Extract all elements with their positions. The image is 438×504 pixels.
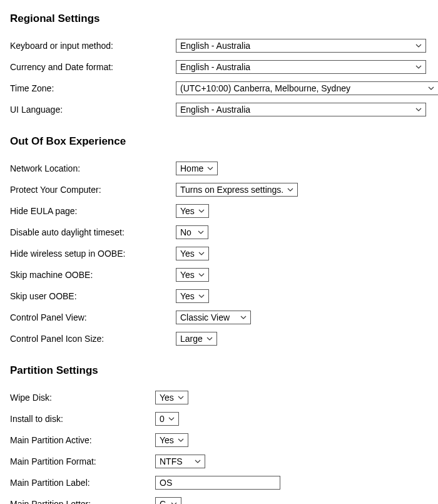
mainlabel-row: Main Partition Label: xyxy=(10,475,428,491)
protect-select-value: Turns on Express settings. xyxy=(180,185,283,195)
mainlabel-label: Main Partition Label: xyxy=(10,478,155,488)
currency-row: Currency and Date format: English - Aust… xyxy=(10,59,428,75)
chevron-down-icon xyxy=(415,65,422,69)
hideeula-select-value: Yes xyxy=(180,206,195,216)
uilang-select-value: English - Australia xyxy=(180,105,250,115)
daylight-select-value: No xyxy=(180,227,191,237)
chevron-down-icon xyxy=(178,396,184,399)
chevron-down-icon xyxy=(415,44,422,48)
cpanelicon-select[interactable]: Large xyxy=(176,332,217,346)
mainformat-select[interactable]: NTFS xyxy=(155,455,205,468)
keyboard-select[interactable]: English - Australia xyxy=(176,39,426,53)
chevron-down-icon xyxy=(178,438,184,442)
daylight-label: Disable auto daylight timeset: xyxy=(10,227,176,237)
mainactive-row: Main Partition Active: Yes xyxy=(10,432,428,448)
protect-select[interactable]: Turns on Express settings. xyxy=(176,183,298,197)
mainletter-select[interactable]: C xyxy=(155,497,181,504)
keyboard-label: Keyboard or input method: xyxy=(10,41,176,51)
chevron-down-icon xyxy=(206,337,213,341)
installdisk-label: Install to disk: xyxy=(10,414,155,424)
currency-select-value: English - Australia xyxy=(180,62,250,72)
wipedisk-row: Wipe Disk: Yes xyxy=(10,389,428,406)
daylight-row: Disable auto daylight timeset: No xyxy=(10,224,428,240)
hidewireless-select-value: Yes xyxy=(180,249,195,259)
network-select-value: Home xyxy=(180,163,203,173)
mainlabel-input[interactable] xyxy=(155,476,280,490)
network-label: Network Location: xyxy=(10,163,176,173)
regional-settings-heading: Regional Settings xyxy=(10,13,428,25)
keyboard-select-value: English - Australia xyxy=(180,41,250,51)
chevron-down-icon xyxy=(168,417,175,421)
cpanelview-select-value: Classic View xyxy=(180,312,230,322)
chevron-down-icon xyxy=(195,460,201,463)
cpanelview-label: Control Panel View: xyxy=(10,312,176,322)
timezone-select[interactable]: (UTC+10:00) Canberra, Melbourne, Sydney xyxy=(176,81,438,95)
keyboard-row: Keyboard or input method: English - Aust… xyxy=(10,38,428,54)
protect-row: Protect Your Computer: Turns on Express … xyxy=(10,182,428,198)
uilang-row: UI Language: English - Australia xyxy=(10,101,428,118)
timezone-label: Time Zone: xyxy=(10,83,176,93)
timezone-row: Time Zone: (UTC+10:00) Canberra, Melbour… xyxy=(10,80,428,96)
chevron-down-icon xyxy=(287,188,293,192)
oobe-heading: Out Of Box Experience xyxy=(10,135,428,148)
chevron-down-icon xyxy=(198,252,205,255)
mainformat-row: Main Partition Format: NTFS xyxy=(10,453,428,470)
cpanelview-select[interactable]: Classic View xyxy=(176,311,251,324)
wipedisk-select[interactable]: Yes xyxy=(155,391,188,404)
skipmachine-select-value: Yes xyxy=(180,270,195,280)
cpanelview-row: Control Panel View: Classic View xyxy=(10,309,428,326)
chevron-down-icon xyxy=(428,86,434,90)
chevron-down-icon xyxy=(198,230,204,234)
mainformat-label: Main Partition Format: xyxy=(10,456,155,466)
mainactive-select-value: Yes xyxy=(160,435,174,445)
cpanelicon-select-value: Large xyxy=(180,334,203,344)
hideeula-select[interactable]: Yes xyxy=(176,204,209,218)
partition-settings-heading: Partition Settings xyxy=(10,364,428,377)
cpanelicon-row: Control Panel Icon Size: Large xyxy=(10,331,428,347)
uilang-select[interactable]: English - Australia xyxy=(176,103,426,116)
timezone-select-value: (UTC+10:00) Canberra, Melbourne, Sydney xyxy=(180,83,350,93)
skipmachine-select[interactable]: Yes xyxy=(176,268,209,282)
chevron-down-icon xyxy=(198,209,205,213)
regional-settings-section: Regional Settings Keyboard or input meth… xyxy=(10,13,428,118)
mainactive-label: Main Partition Active: xyxy=(10,435,155,445)
currency-select[interactable]: English - Australia xyxy=(176,60,426,74)
wipedisk-select-value: Yes xyxy=(160,393,174,403)
mainletter-label: Main Partition Letter: xyxy=(10,499,155,504)
chevron-down-icon xyxy=(198,294,205,298)
mainletter-select-value: C xyxy=(160,499,166,504)
mainformat-select-value: NTFS xyxy=(160,456,183,466)
network-row: Network Location: Home xyxy=(10,160,428,177)
hidewireless-row: Hide wireless setup in OOBE: Yes xyxy=(10,245,428,262)
skipmachine-row: Skip machine OOBE: Yes xyxy=(10,267,428,283)
daylight-select[interactable]: No xyxy=(176,225,208,239)
hidewireless-select[interactable]: Yes xyxy=(176,247,209,260)
network-select[interactable]: Home xyxy=(176,162,218,175)
uilang-label: UI Language: xyxy=(10,105,176,115)
skipmachine-label: Skip machine OOBE: xyxy=(10,270,176,280)
chevron-down-icon xyxy=(415,108,422,111)
hideeula-label: Hide EULA page: xyxy=(10,206,176,216)
mainactive-select[interactable]: Yes xyxy=(155,433,188,447)
mainletter-row: Main Partition Letter: C xyxy=(10,496,428,504)
hideeula-row: Hide EULA page: Yes xyxy=(10,203,428,219)
chevron-down-icon xyxy=(207,167,213,170)
skipuser-label: Skip user OOBE: xyxy=(10,291,176,301)
skipuser-row: Skip user OOBE: Yes xyxy=(10,288,428,304)
installdisk-select-value: 0 xyxy=(160,414,165,424)
cpanelicon-label: Control Panel Icon Size: xyxy=(10,334,176,344)
hidewireless-label: Hide wireless setup in OOBE: xyxy=(10,249,176,259)
skipuser-select[interactable]: Yes xyxy=(176,289,209,303)
oobe-section: Out Of Box Experience Network Location: … xyxy=(10,135,428,347)
wipedisk-label: Wipe Disk: xyxy=(10,393,155,403)
skipuser-select-value: Yes xyxy=(180,291,195,301)
partition-settings-section: Partition Settings Wipe Disk: Yes Instal… xyxy=(10,364,428,504)
chevron-down-icon xyxy=(240,316,247,319)
installdisk-row: Install to disk: 0 xyxy=(10,411,428,427)
protect-label: Protect Your Computer: xyxy=(10,185,176,195)
installdisk-select[interactable]: 0 xyxy=(155,412,179,426)
chevron-down-icon xyxy=(198,273,205,277)
currency-label: Currency and Date format: xyxy=(10,62,176,72)
